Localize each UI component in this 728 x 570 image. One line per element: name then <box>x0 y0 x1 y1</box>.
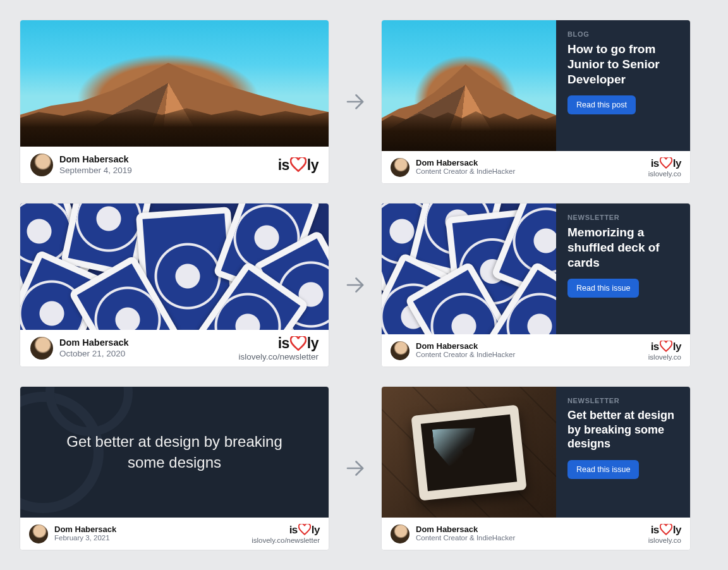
after-card: BLOG How to go from Junior to Senior Dev… <box>382 20 690 183</box>
brand-suffix: ly <box>673 524 681 537</box>
site-url: islovely.co <box>648 170 681 178</box>
post-title: How to go from Junior to Senior Develope… <box>567 42 679 87</box>
post-category: NEWSLETTER <box>567 397 679 404</box>
card-image-mountain <box>20 20 329 147</box>
card-split: BLOG How to go from Junior to Senior Dev… <box>382 20 690 151</box>
author-name: Dom Habersack <box>54 525 116 535</box>
before-card: Get better at design by breaking some de… <box>20 387 329 550</box>
brand-prefix: is <box>651 524 659 537</box>
after-card: NEWSLETTER Memorizing a shuffled deck of… <box>382 203 690 367</box>
author-name: Dom Habersack <box>416 341 515 351</box>
brand-logo: is ly <box>252 524 320 537</box>
read-issue-button[interactable]: Read this issue <box>567 460 639 479</box>
card-footer: Dom Habersack October 21, 2020 is ly isl… <box>20 330 329 367</box>
site-url: islovely.co/newsletter <box>238 352 318 361</box>
comparison-grid: Dom Habersack September 4, 2019 is ly <box>20 20 708 550</box>
brand-logo: is ly <box>648 524 681 537</box>
card-footer: Dom Habersack Content Creator & IndieHac… <box>382 151 690 183</box>
card-split: NEWSLETTER Get better at design by break… <box>382 387 690 518</box>
avatar <box>30 154 53 176</box>
post-category: NEWSLETTER <box>567 214 679 221</box>
avatar <box>30 337 53 360</box>
heart-icon <box>290 336 306 351</box>
brand-prefix: is <box>278 157 289 174</box>
before-card: Dom Habersack October 21, 2020 is ly isl… <box>20 203 329 367</box>
heart-icon <box>660 524 672 535</box>
arrow-icon <box>344 90 367 113</box>
arrow-icon <box>344 457 367 480</box>
brand-suffix: ly <box>307 335 318 352</box>
heart-icon <box>660 341 672 352</box>
card-footer: Dom Habersack Content Creator & IndieHac… <box>382 334 690 367</box>
author-block: Dom Habersack February 3, 2021 <box>29 525 116 543</box>
author-name: Dom Habersack <box>59 337 129 348</box>
author-block: Dom Habersack Content Creator & IndieHac… <box>391 525 515 543</box>
card-image-broken-tv <box>382 387 556 518</box>
post-date: October 21, 2020 <box>59 349 129 359</box>
author-role: Content Creator & IndieHacker <box>416 534 515 543</box>
post-title: Memorizing a shuffled deck of cards <box>567 225 679 270</box>
card-footer: Dom Habersack Content Creator & IndieHac… <box>382 518 690 550</box>
author-name: Dom Habersack <box>416 158 515 168</box>
brand-suffix: ly <box>673 157 681 170</box>
brand-block: is ly islovely.co <box>648 157 681 178</box>
heart-icon <box>298 524 311 535</box>
brand-prefix: is <box>651 341 659 353</box>
site-url: islovely.co <box>648 537 681 544</box>
card-panel: BLOG How to go from Junior to Senior Dev… <box>556 20 690 151</box>
post-date: February 3, 2021 <box>54 534 116 543</box>
card-footer: Dom Habersack September 4, 2019 is ly <box>20 147 329 183</box>
avatar <box>29 525 48 543</box>
brand-logo: is ly <box>278 157 318 174</box>
author-block: Dom Habersack Content Creator & IndieHac… <box>391 158 515 177</box>
author-name: Dom Habersack <box>416 525 515 535</box>
avatar <box>391 158 410 177</box>
post-category: BLOG <box>567 30 679 38</box>
author-role: Content Creator & IndieHacker <box>416 167 515 176</box>
brand-suffix: ly <box>673 341 681 353</box>
arrow-icon <box>344 274 367 296</box>
slide-title: Get better at design by breaking some de… <box>54 432 294 473</box>
read-issue-button[interactable]: Read this issue <box>567 279 639 298</box>
brand-prefix: is <box>651 157 659 170</box>
author-block: Dom Habersack Content Creator & IndieHac… <box>391 341 515 360</box>
before-card: Dom Habersack September 4, 2019 is ly <box>20 20 329 183</box>
brand-suffix: ly <box>312 524 320 537</box>
card-footer: Dom Habersack February 3, 2021 is ly isl… <box>20 518 329 550</box>
brand-prefix: is <box>289 524 298 537</box>
brand-block: is ly islovely.co/newsletter <box>252 524 320 544</box>
author-block: Dom Habersack September 4, 2019 <box>30 154 132 176</box>
brand-logo: is ly <box>238 335 318 352</box>
author-name: Dom Habersack <box>59 154 132 165</box>
author-block: Dom Habersack October 21, 2020 <box>30 337 129 360</box>
post-title: Get better at design by breaking some de… <box>567 408 679 451</box>
brand-suffix: ly <box>307 157 318 174</box>
read-post-button[interactable]: Read this post <box>567 95 636 114</box>
card-image-mountain <box>382 20 556 151</box>
author-role: Content Creator & IndieHacker <box>416 351 515 360</box>
card-image-cards <box>20 203 329 330</box>
heart-icon <box>660 157 672 169</box>
comparison-row: Dom Habersack October 21, 2020 is ly isl… <box>20 203 708 367</box>
card-slide-dark: Get better at design by breaking some de… <box>20 387 329 518</box>
card-split: NEWSLETTER Memorizing a shuffled deck of… <box>382 203 690 334</box>
comparison-row: Get better at design by breaking some de… <box>20 387 708 550</box>
site-url: islovely.co/newsletter <box>252 537 320 544</box>
brand-logo: is ly <box>648 157 681 170</box>
brand-block: is ly islovely.co <box>648 341 681 361</box>
site-url: islovely.co <box>648 353 681 361</box>
card-panel: NEWSLETTER Memorizing a shuffled deck of… <box>556 203 690 334</box>
brand-block: is ly islovely.co <box>648 524 681 544</box>
after-card: NEWSLETTER Get better at design by break… <box>382 387 690 550</box>
brand-logo: is ly <box>648 341 681 353</box>
avatar <box>391 525 410 543</box>
brand-prefix: is <box>278 335 289 352</box>
brand-block: is ly islovely.co/newsletter <box>238 335 318 361</box>
heart-icon <box>290 157 306 173</box>
post-date: September 4, 2019 <box>59 166 132 176</box>
comparison-row: Dom Habersack September 4, 2019 is ly <box>20 20 708 183</box>
card-image-cards <box>382 203 556 334</box>
brand-block: is ly <box>278 157 318 174</box>
avatar <box>391 341 410 360</box>
card-panel: NEWSLETTER Get better at design by break… <box>556 387 690 518</box>
